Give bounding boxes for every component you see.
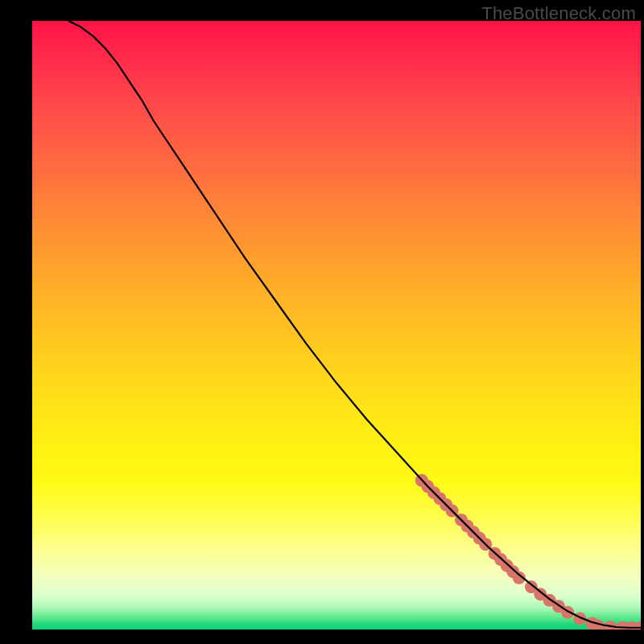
scatter-series xyxy=(415,474,641,630)
chart-frame: TheBottleneck.com xyxy=(0,0,644,644)
chart-overlay xyxy=(32,21,641,630)
watermark-text: TheBottleneck.com xyxy=(481,3,636,24)
line-series-curve xyxy=(68,21,641,628)
